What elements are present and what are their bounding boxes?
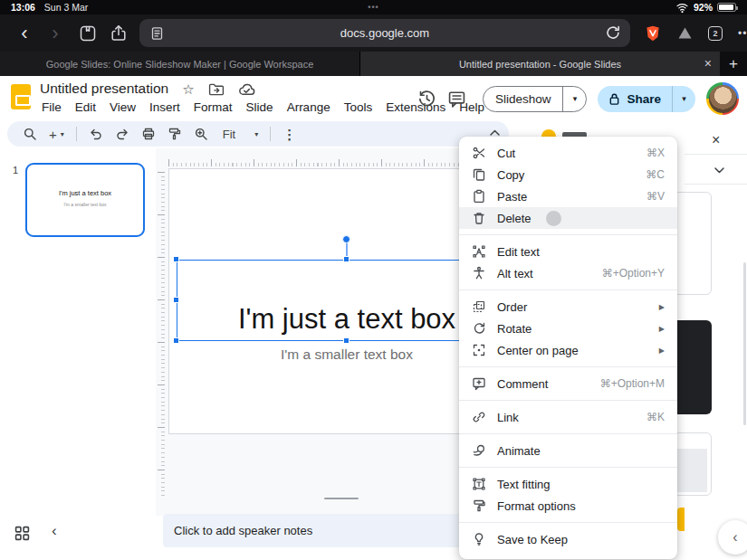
- toolbar: + ▾: [7, 121, 509, 147]
- text-fitting-icon: [472, 477, 486, 491]
- tab-inactive[interactable]: Google Slides: Online Slideshow Maker | …: [0, 52, 360, 76]
- menu-item-delete[interactable]: Delete: [459, 207, 677, 229]
- submenu-arrow-icon: ▶: [659, 325, 665, 333]
- menu-item-order[interactable]: Order ▶: [459, 296, 677, 318]
- grid-view-icon[interactable]: [14, 526, 30, 541]
- status-bar: 13:06 Sun 3 Mar ••• 92%: [0, 0, 747, 14]
- browser-toolbar: ‹ › docs.google.com: [0, 14, 747, 52]
- submenu-arrow-icon: ▶: [659, 346, 665, 355]
- share-dropdown-icon[interactable]: ▾: [673, 94, 695, 103]
- comments-icon[interactable]: [447, 90, 466, 109]
- panel-divider: [685, 184, 747, 185]
- slides-logo-icon: [11, 84, 31, 109]
- refresh-icon[interactable]: [605, 24, 621, 41]
- resize-handle-tm[interactable]: [343, 256, 350, 262]
- link-icon: [472, 410, 486, 424]
- slide-number: 1: [13, 165, 18, 176]
- comment-icon: [472, 376, 486, 391]
- menu-slide[interactable]: Slide: [246, 100, 273, 114]
- document-title[interactable]: Untitled presentation: [40, 81, 168, 97]
- touch-indicator: [546, 211, 561, 226]
- zoom-in-icon[interactable]: [194, 127, 208, 141]
- menu-tools[interactable]: Tools: [344, 100, 373, 114]
- slideshow-dropdown-icon[interactable]: ▾: [563, 94, 586, 103]
- address-bar[interactable]: docs.google.com: [139, 19, 630, 47]
- chevron-down-icon: ▾: [254, 130, 258, 138]
- menu-view[interactable]: View: [110, 100, 136, 114]
- paint-format-icon[interactable]: [168, 127, 182, 141]
- menu-separator: [459, 433, 677, 434]
- notes-resize-handle[interactable]: [324, 498, 359, 499]
- panel-scrollbar[interactable]: [743, 262, 746, 425]
- star-icon[interactable]: ☆: [182, 82, 194, 96]
- menu-item-alt-text[interactable]: Alt text ⌘+Option+Y: [459, 262, 677, 284]
- menu-file[interactable]: File: [42, 100, 62, 114]
- undo-icon[interactable]: [89, 127, 103, 141]
- play-triangle-icon[interactable]: [677, 26, 693, 40]
- bookmarks-icon[interactable]: [76, 20, 100, 47]
- collapse-toolbar-icon[interactable]: [489, 128, 501, 137]
- brave-shield-icon[interactable]: [644, 24, 662, 43]
- menu-item-cut[interactable]: Cut ⌘X: [459, 142, 677, 164]
- resize-handle-tl[interactable]: [173, 256, 179, 262]
- menu-insert[interactable]: Insert: [149, 100, 180, 114]
- zoom-select[interactable]: Fit ▾: [223, 128, 258, 141]
- paint-roller-icon: [472, 498, 486, 513]
- move-folder-icon[interactable]: [208, 82, 225, 96]
- rotate-icon: [472, 321, 486, 336]
- vertical-ruler: [158, 172, 165, 499]
- menu-format[interactable]: Format: [194, 100, 233, 114]
- trash-icon: [472, 211, 486, 225]
- submenu-arrow-icon: ▶: [659, 303, 665, 311]
- toolbar-divider: [76, 127, 77, 141]
- menu-item-rotate[interactable]: Rotate ▶: [459, 318, 677, 339]
- version-history-icon[interactable]: [417, 90, 436, 109]
- insert-dropdown[interactable]: + ▾: [49, 128, 64, 141]
- account-avatar[interactable]: [706, 82, 739, 115]
- resize-handle-bm[interactable]: [343, 337, 350, 344]
- share-button[interactable]: Share ▾: [598, 86, 695, 112]
- resize-handle-bl[interactable]: [173, 337, 179, 344]
- more-vert-icon[interactable]: ⋮: [283, 128, 296, 141]
- multitask-indicator-icon: •••: [0, 3, 747, 12]
- tab-active[interactable]: Untitled presentation - Google Slides ×: [360, 52, 720, 76]
- menu-item-format-options[interactable]: Format options: [459, 495, 677, 517]
- share-icon[interactable]: [107, 20, 130, 47]
- back-button[interactable]: ‹: [13, 20, 36, 47]
- menu-item-center-on-page[interactable]: Center on page ▶: [459, 339, 677, 361]
- menu-item-animate[interactable]: Animate: [459, 440, 677, 461]
- forward-button[interactable]: ›: [43, 20, 67, 47]
- menu-item-paste[interactable]: Paste ⌘V: [459, 185, 677, 207]
- search-icon[interactable]: [23, 127, 37, 141]
- rotation-handle[interactable]: [342, 235, 350, 243]
- slide-thumbnail[interactable]: I'm just a text box I'm a smaller text b…: [25, 163, 145, 237]
- menu-item-text-fitting[interactable]: Text fitting: [459, 473, 677, 495]
- new-tab-button[interactable]: +: [720, 52, 747, 76]
- app-header: Untitled presentation ☆ File Edit View I…: [0, 76, 747, 121]
- collapse-filmstrip-icon[interactable]: ‹: [52, 522, 57, 540]
- tabs-button[interactable]: 2: [708, 26, 723, 41]
- partially-hidden-yellow-button[interactable]: [677, 508, 685, 531]
- panel-chevron-down-icon[interactable]: [713, 166, 725, 175]
- context-menu: Cut ⌘X Copy ⌘C Paste ⌘V: [459, 137, 677, 559]
- menu-arrange[interactable]: Arrange: [287, 100, 330, 114]
- slideshow-button[interactable]: Slideshow ▾: [483, 86, 588, 112]
- order-icon: [472, 299, 486, 314]
- menu-item-save-to-keep[interactable]: Save to Keep: [459, 528, 677, 550]
- menu-separator: [459, 289, 677, 290]
- menu-item-edit-text[interactable]: Edit text: [459, 241, 677, 262]
- collapse-panel-button[interactable]: ‹: [718, 520, 747, 555]
- print-icon[interactable]: [141, 127, 156, 141]
- menu-item-copy[interactable]: Copy ⌘C: [459, 164, 677, 185]
- cloud-status-icon[interactable]: [238, 82, 255, 96]
- redo-icon[interactable]: [115, 127, 129, 141]
- menu-item-comment[interactable]: Comment ⌘+Option+M: [459, 373, 677, 394]
- panel-close-icon[interactable]: ×: [712, 132, 720, 148]
- resize-handle-ml[interactable]: [173, 297, 179, 303]
- browser-more-icon[interactable]: •••: [738, 27, 747, 40]
- menu-item-link[interactable]: Link ⌘K: [459, 406, 677, 428]
- url-text: docs.google.com: [139, 26, 630, 40]
- menu-edit[interactable]: Edit: [75, 100, 96, 114]
- accessibility-icon: [472, 266, 486, 280]
- tab-close-icon[interactable]: ×: [704, 55, 712, 71]
